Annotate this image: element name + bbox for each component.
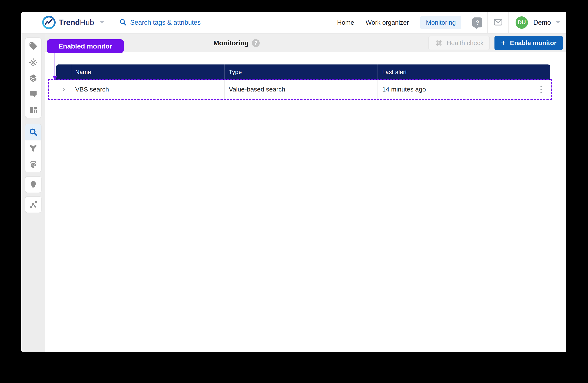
header-last-alert: Last alert: [378, 64, 532, 80]
header-name: Name: [71, 64, 224, 80]
nav-monitoring[interactable]: Monitoring: [420, 16, 461, 29]
page-help-icon[interactable]: ?: [252, 39, 260, 47]
user-menu[interactable]: DU Demo: [508, 12, 566, 33]
messages-button[interactable]: [488, 12, 508, 33]
sidebar-ideas-button[interactable]: [25, 177, 41, 192]
fingerprint-icon: [29, 160, 38, 169]
tag-icon: [29, 41, 38, 50]
health-check-icon: [435, 39, 443, 47]
nav-work-organizer[interactable]: Work organizer: [366, 19, 409, 26]
calculations-icon: [29, 58, 38, 67]
row-last-alert: 14 minutes ago: [378, 80, 532, 99]
filter-icon: [29, 144, 38, 153]
header-actions-column: [532, 64, 550, 80]
search-input[interactable]: [130, 19, 250, 26]
sidebar-search-button[interactable]: [25, 124, 41, 140]
sidebar-group-ideas: [25, 176, 42, 193]
annotation-arrow-line: [55, 53, 55, 77]
annotation-arrowhead-icon: [53, 77, 57, 79]
enable-monitor-label: Enable monitor: [510, 39, 556, 47]
brand-menu[interactable]: TrendHub: [21, 12, 110, 33]
row-menu-button[interactable]: [539, 84, 543, 95]
health-check-button[interactable]: Health check: [428, 36, 490, 50]
annotation-enabled-monitor-label: Enabled monitor: [47, 39, 124, 53]
sidebar-tags-button[interactable]: [25, 38, 41, 54]
sidebar-fingerprint-button[interactable]: [25, 156, 41, 172]
help-button[interactable]: ?: [467, 12, 487, 33]
header-type: Type: [224, 64, 378, 80]
dashboard-icon: [29, 106, 38, 115]
expand-row-button[interactable]: [59, 85, 68, 94]
monitors-table: Name Type Last alert: [56, 64, 550, 99]
screenshot-canvas: TrendHub Home Work organizer Monitoring: [0, 0, 588, 383]
nav-home[interactable]: Home: [337, 19, 354, 26]
primary-nav: Home Work organizer Monitoring: [337, 12, 467, 33]
search-tool-icon: [29, 128, 38, 137]
user-avatar: DU: [516, 16, 528, 29]
row-actions-cell: [532, 80, 550, 99]
lightbulb-icon: [29, 180, 38, 189]
health-check-label: Health check: [446, 39, 483, 47]
mail-icon: [493, 17, 503, 28]
user-name: Demo: [533, 19, 551, 26]
enable-monitor-button[interactable]: + Enable monitor: [494, 36, 563, 50]
sidebar-comments-button[interactable]: [25, 86, 41, 102]
header-expand-column: [56, 64, 71, 80]
sidebar-group-relations: [25, 196, 42, 213]
sidebar-group-search: [25, 124, 42, 172]
search-icon: [119, 18, 127, 27]
table-row[interactable]: VBS search Value-based search 14 minutes…: [56, 80, 550, 99]
trendhub-logo-icon: [42, 16, 56, 29]
content-area: Name Type Last alert: [45, 52, 566, 352]
row-name: VBS search: [71, 80, 224, 99]
row-type: Value-based search: [224, 80, 378, 99]
app-window: TrendHub Home Work organizer Monitoring: [21, 12, 566, 352]
main-area: Monitoring ?: [45, 34, 566, 352]
sidebar-calculations-button[interactable]: [25, 54, 41, 70]
node-graph-icon: [29, 200, 38, 209]
global-search[interactable]: [119, 12, 250, 33]
sidebar-layers-button[interactable]: [25, 70, 41, 86]
table-header: Name Type Last alert: [56, 64, 550, 80]
app-body: Monitoring ?: [21, 34, 566, 352]
sidebar-dashboard-button[interactable]: [25, 102, 41, 118]
sidebar-group-data: [25, 38, 42, 118]
sidebar-filter-button[interactable]: [25, 140, 41, 156]
layers-icon: [29, 74, 38, 83]
toolbar-actions: Health check + Enable monitor: [428, 36, 566, 50]
topbar: TrendHub Home Work organizer Monitoring: [21, 12, 566, 34]
sidebar-relations-button[interactable]: [25, 197, 41, 212]
user-caret-icon: [556, 21, 560, 24]
comment-icon: [29, 90, 38, 98]
row-expand-cell: [56, 80, 71, 99]
brand-name: TrendHub: [59, 18, 94, 27]
sidebar: [21, 34, 45, 352]
brand-caret-icon: [100, 21, 104, 24]
help-icon: ?: [472, 18, 482, 27]
kebab-icon: [541, 86, 542, 93]
plus-icon: +: [501, 39, 505, 47]
page-title: Monitoring: [213, 39, 249, 47]
chevron-right-icon: [61, 86, 67, 93]
